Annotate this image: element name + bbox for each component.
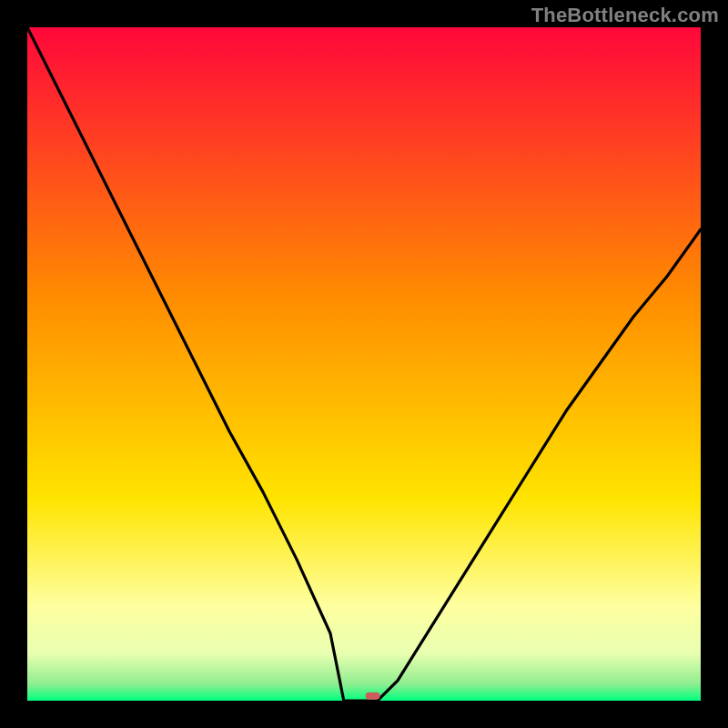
chart-frame: TheBottleneck.com (0, 0, 728, 728)
plot-area (27, 27, 701, 701)
chart-svg (27, 27, 701, 701)
notch-marker (366, 693, 380, 700)
watermark-label: TheBottleneck.com (531, 4, 719, 27)
